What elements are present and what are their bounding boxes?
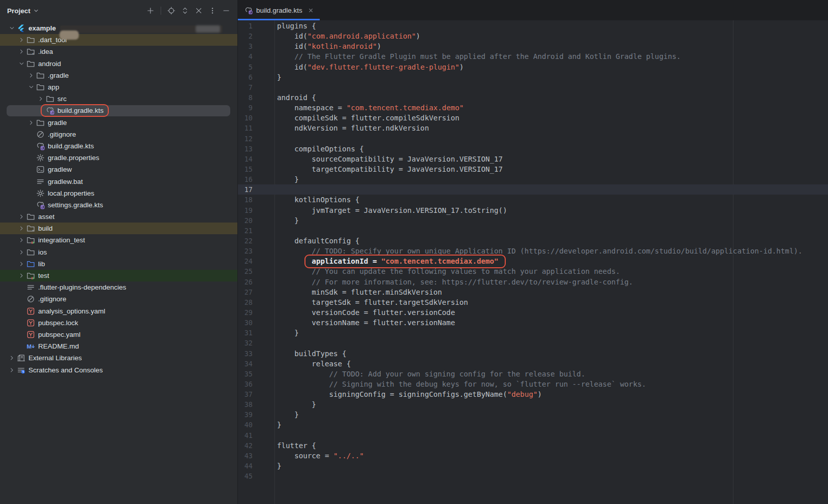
tree-item-build-gradle-kts[interactable]: build.gradle.kts (0, 140, 237, 152)
code-line-3[interactable]: 3 id("kotlin-android") (238, 41, 828, 51)
code-line-36[interactable]: 36 // Signing with the debug keys for no… (238, 379, 828, 389)
chevron-down-icon[interactable] (26, 83, 36, 91)
tree-item-app[interactable]: app (0, 81, 237, 93)
code-line-19[interactable]: 19 jvmTarget = JavaVersion.VERSION_17.to… (238, 205, 828, 215)
tree-item-analysis-options-yaml[interactable]: analysis_options.yaml (0, 305, 237, 317)
tree-item-dart-tool[interactable]: .dart_tool (0, 34, 237, 46)
tree-item-gradle-properties[interactable]: gradle.properties (0, 152, 237, 164)
chevron-right-icon[interactable] (17, 236, 26, 244)
tree-item-src[interactable]: src (0, 93, 237, 105)
chevron-down-icon[interactable] (17, 59, 26, 68)
tree-item-ios[interactable]: ios (0, 246, 237, 258)
chevron-right-icon[interactable] (26, 118, 36, 127)
code-line-39[interactable]: 39 } (238, 410, 828, 420)
chevron-right-icon[interactable] (17, 225, 26, 233)
tree-item-test[interactable]: test (0, 270, 237, 281)
code-line-6[interactable]: 6} (238, 72, 828, 82)
chevron-right-icon[interactable] (17, 48, 26, 56)
code-line-21[interactable]: 21 (238, 226, 828, 236)
code-line-32[interactable]: 32 (238, 338, 828, 348)
tree-item-pubspec-yaml[interactable]: pubspec.yaml (0, 329, 237, 340)
toolbar-more-options-button[interactable] (207, 6, 218, 16)
tree-item-gitignore[interactable]: .gitignore (0, 129, 237, 140)
tree-item-gitignore[interactable]: .gitignore (0, 293, 237, 305)
code-line-17[interactable]: 17 (238, 184, 828, 195)
code-line-11[interactable]: 11 ndkVersion = flutter.ndkVersion (238, 123, 828, 133)
code-line-22[interactable]: 22 defaultConfig { (238, 236, 828, 246)
tree-item-local-properties[interactable]: local.properties (0, 187, 237, 199)
tree-item-idea[interactable]: *.idea (0, 46, 237, 57)
code-line-5[interactable]: 5 id("dev.flutter.flutter-gradle-plugin"… (238, 62, 828, 72)
code-line-18[interactable]: 18 kotlinOptions { (238, 195, 828, 205)
code-line-31[interactable]: 31 } (238, 328, 828, 338)
tree-item-build[interactable]: *build (0, 223, 237, 234)
tree-item-android[interactable]: android (0, 58, 237, 70)
chevron-right-icon[interactable] (26, 71, 36, 79)
code-line-20[interactable]: 20 } (238, 215, 828, 226)
code-line-25[interactable]: 25 // You can update the following value… (238, 266, 828, 276)
code-editor[interactable]: 1plugins {2 id("com.android.application"… (238, 20, 828, 504)
toolbar-hide-panel-button[interactable] (221, 6, 231, 16)
chevron-right-icon[interactable] (17, 260, 26, 268)
code-line-44[interactable]: 44} (238, 461, 828, 471)
chevron-right-icon[interactable] (17, 36, 26, 44)
tree-item-integration-test[interactable]: integration_test (0, 234, 237, 246)
tree-item-lib[interactable]: lib (0, 258, 237, 270)
toolbar-locate-button[interactable] (166, 6, 176, 16)
toolbar-collapse-all-button[interactable] (194, 6, 204, 16)
code-line-1[interactable]: 1plugins { (238, 21, 828, 31)
code-line-42[interactable]: 42flutter { (238, 440, 828, 451)
toolbar-add-button[interactable] (145, 6, 156, 16)
chevron-right-icon[interactable] (17, 248, 26, 256)
tree-item-external-libraries[interactable]: External Libraries (0, 352, 237, 364)
code-line-9[interactable]: 9 namespace = "com.tencent.tcmediax.demo… (238, 103, 828, 113)
tree-item-pubspec-lock[interactable]: pubspec.lock (0, 317, 237, 329)
tree-item-gradle[interactable]: gradle (0, 117, 237, 129)
chevron-right-icon[interactable] (7, 354, 17, 362)
project-view-selector[interactable]: Project (7, 7, 40, 15)
tree-item-gradlew-bat[interactable]: gradlew.bat (0, 175, 237, 187)
code-line-7[interactable]: 7 (238, 82, 828, 92)
code-line-15[interactable]: 15 targetCompatibility = JavaVersion.VER… (238, 164, 828, 174)
tree-item-settings-gradle-kts[interactable]: settings.gradle.kts (0, 199, 237, 211)
code-line-23[interactable]: 23 // TODO: Specify your own unique Appl… (238, 246, 828, 256)
code-line-37[interactable]: 37 signingConfig = signingConfigs.getByN… (238, 389, 828, 399)
code-line-33[interactable]: 33 buildTypes { (238, 349, 828, 359)
toolbar-expand-all-button[interactable] (180, 6, 190, 16)
chevron-right-icon[interactable] (36, 95, 46, 103)
tree-item-gradle[interactable]: .gradle (0, 70, 237, 81)
code-line-13[interactable]: 13 compileOptions { (238, 144, 828, 154)
tree-item-gradlew[interactable]: gradlew (0, 164, 237, 175)
editor-tab-build-gradle-kts[interactable]: build.gradle.kts (238, 0, 320, 20)
tree-item-flutter-plugins-dependencies[interactable]: .flutter-plugins-dependencies (0, 281, 237, 293)
code-line-45[interactable]: 45 (238, 471, 828, 481)
close-icon[interactable] (308, 7, 314, 14)
code-line-40[interactable]: 40} (238, 420, 828, 430)
code-line-14[interactable]: 14 sourceCompatibility = JavaVersion.VER… (238, 154, 828, 164)
code-line-43[interactable]: 43 source = "../.." (238, 451, 828, 461)
tree-item-scratches-and-consoles[interactable]: Scratches and Consoles (0, 364, 237, 375)
code-line-26[interactable]: 26 // For more information, see: https:/… (238, 277, 828, 287)
code-line-29[interactable]: 29 versionCode = flutter.versionCode (238, 307, 828, 318)
code-line-4[interactable]: 4 // The Flutter Gradle Plugin must be a… (238, 51, 828, 61)
tree-item-build-gradle-kts[interactable]: build.gradle.kts (0, 105, 237, 116)
code-line-27[interactable]: 27 minSdk = flutter.minSdkVersion (238, 287, 828, 297)
code-line-24[interactable]: 24 applicationId = "com.tencent.tcmediax… (238, 256, 828, 266)
chevron-right-icon[interactable] (17, 213, 26, 221)
code-line-12[interactable]: 12 (238, 134, 828, 144)
chevron-down-icon[interactable] (7, 24, 17, 33)
tree-item-asset[interactable]: asset (0, 211, 237, 223)
code-line-2[interactable]: 2 id("com.android.application") (238, 31, 828, 41)
code-line-16[interactable]: 16 } (238, 174, 828, 184)
code-line-10[interactable]: 10 compileSdk = flutter.compileSdkVersio… (238, 113, 828, 123)
tree-item-readme-md[interactable]: MREADME.md (0, 340, 237, 352)
code-line-8[interactable]: 8android { (238, 92, 828, 103)
code-line-35[interactable]: 35 // TODO: Add your own signing config … (238, 369, 828, 379)
code-line-38[interactable]: 38 } (238, 399, 828, 410)
code-line-34[interactable]: 34 release { (238, 359, 828, 369)
code-line-28[interactable]: 28 targetSdk = flutter.targetSdkVersion (238, 297, 828, 307)
chevron-right-icon[interactable] (17, 272, 26, 280)
chevron-right-icon[interactable] (7, 366, 17, 374)
code-line-30[interactable]: 30 versionName = flutter.versionName (238, 318, 828, 328)
code-line-41[interactable]: 41 (238, 430, 828, 440)
